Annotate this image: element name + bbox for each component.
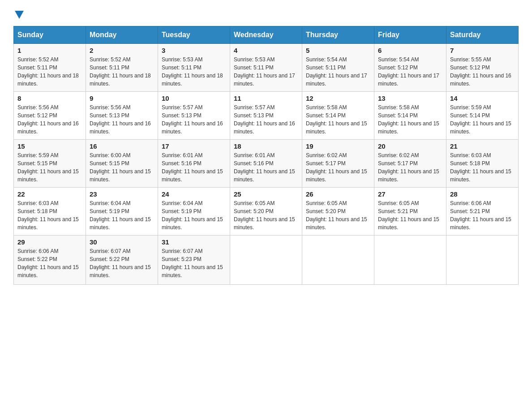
header-wednesday: Wednesday <box>230 26 302 44</box>
header-sunday: Sunday <box>14 26 86 44</box>
day-info: Sunrise: 5:57 AMSunset: 5:13 PMDaylight:… <box>234 103 298 136</box>
day-number: 18 <box>234 142 298 150</box>
day-number: 17 <box>162 142 226 150</box>
day-info: Sunrise: 6:02 AMSunset: 5:17 PMDaylight:… <box>378 151 442 184</box>
day-number: 20 <box>378 142 442 150</box>
day-number: 6 <box>378 47 442 54</box>
day-number: 30 <box>90 238 154 246</box>
day-info: Sunrise: 6:05 AMSunset: 5:20 PMDaylight:… <box>306 199 370 231</box>
day-number: 9 <box>90 94 154 102</box>
day-number: 28 <box>450 190 515 198</box>
day-number: 19 <box>306 142 370 150</box>
day-number: 15 <box>17 142 82 150</box>
calendar-cell: 24Sunrise: 6:04 AMSunset: 5:19 PMDayligh… <box>158 188 230 235</box>
calendar-cell <box>374 235 446 285</box>
calendar-cell: 12Sunrise: 5:58 AMSunset: 5:14 PMDayligh… <box>302 92 374 140</box>
day-info: Sunrise: 6:04 AMSunset: 5:19 PMDaylight:… <box>162 199 226 231</box>
calendar-week-row: 22Sunrise: 6:03 AMSunset: 5:18 PMDayligh… <box>14 188 519 235</box>
day-info: Sunrise: 6:03 AMSunset: 5:18 PMDaylight:… <box>450 151 515 184</box>
day-number: 1 <box>17 47 82 54</box>
day-number: 26 <box>306 190 370 198</box>
day-info: Sunrise: 6:05 AMSunset: 5:21 PMDaylight:… <box>378 199 442 231</box>
calendar-cell <box>230 235 302 285</box>
day-number: 2 <box>90 47 154 54</box>
calendar-cell: 25Sunrise: 6:05 AMSunset: 5:20 PMDayligh… <box>230 188 302 235</box>
day-info: Sunrise: 6:05 AMSunset: 5:20 PMDaylight:… <box>234 199 298 231</box>
day-number: 31 <box>162 238 226 246</box>
calendar-cell: 16Sunrise: 6:00 AMSunset: 5:15 PMDayligh… <box>86 140 158 188</box>
day-info: Sunrise: 5:52 AMSunset: 5:11 PMDaylight:… <box>17 56 82 88</box>
calendar-cell: 9Sunrise: 5:56 AMSunset: 5:13 PMDaylight… <box>86 92 158 140</box>
day-info: Sunrise: 6:06 AMSunset: 5:22 PMDaylight:… <box>17 247 82 279</box>
page-header <box>13 9 519 18</box>
day-info: Sunrise: 6:04 AMSunset: 5:19 PMDaylight:… <box>90 199 154 231</box>
calendar-cell: 10Sunrise: 5:57 AMSunset: 5:13 PMDayligh… <box>158 92 230 140</box>
day-number: 12 <box>306 94 370 102</box>
day-info: Sunrise: 6:01 AMSunset: 5:16 PMDaylight:… <box>234 151 298 184</box>
day-number: 14 <box>450 94 515 102</box>
header-thursday: Thursday <box>302 26 374 44</box>
day-info: Sunrise: 5:54 AMSunset: 5:12 PMDaylight:… <box>378 56 442 88</box>
day-number: 21 <box>450 142 515 150</box>
day-info: Sunrise: 5:54 AMSunset: 5:11 PMDaylight:… <box>306 56 370 88</box>
day-number: 16 <box>90 142 154 150</box>
header-tuesday: Tuesday <box>158 26 230 44</box>
logo <box>13 9 24 18</box>
day-info: Sunrise: 6:07 AMSunset: 5:22 PMDaylight:… <box>90 247 154 279</box>
day-info: Sunrise: 5:56 AMSunset: 5:12 PMDaylight:… <box>17 103 82 136</box>
day-number: 4 <box>234 47 298 54</box>
calendar-cell: 11Sunrise: 5:57 AMSunset: 5:13 PMDayligh… <box>230 92 302 140</box>
day-info: Sunrise: 5:59 AMSunset: 5:14 PMDaylight:… <box>450 103 515 136</box>
day-info: Sunrise: 6:06 AMSunset: 5:21 PMDaylight:… <box>450 199 515 231</box>
day-number: 22 <box>17 190 82 198</box>
calendar-cell: 31Sunrise: 6:07 AMSunset: 5:23 PMDayligh… <box>158 235 230 285</box>
day-info: Sunrise: 6:01 AMSunset: 5:16 PMDaylight:… <box>162 151 226 184</box>
day-info: Sunrise: 5:55 AMSunset: 5:12 PMDaylight:… <box>450 56 515 88</box>
calendar-cell: 22Sunrise: 6:03 AMSunset: 5:18 PMDayligh… <box>14 188 86 235</box>
calendar-cell: 23Sunrise: 6:04 AMSunset: 5:19 PMDayligh… <box>86 188 158 235</box>
calendar-week-row: 15Sunrise: 5:59 AMSunset: 5:15 PMDayligh… <box>14 140 519 188</box>
day-info: Sunrise: 6:02 AMSunset: 5:17 PMDaylight:… <box>306 151 370 184</box>
day-info: Sunrise: 6:03 AMSunset: 5:18 PMDaylight:… <box>17 199 82 231</box>
calendar-cell: 17Sunrise: 6:01 AMSunset: 5:16 PMDayligh… <box>158 140 230 188</box>
calendar-week-row: 29Sunrise: 6:06 AMSunset: 5:22 PMDayligh… <box>14 235 519 285</box>
day-number: 5 <box>306 47 370 54</box>
day-info: Sunrise: 5:58 AMSunset: 5:14 PMDaylight:… <box>306 103 370 136</box>
day-number: 29 <box>17 238 82 246</box>
calendar-cell <box>302 235 374 285</box>
calendar-week-row: 1Sunrise: 5:52 AMSunset: 5:11 PMDaylight… <box>14 44 519 92</box>
header-saturday: Saturday <box>446 26 519 44</box>
day-number: 11 <box>234 94 298 102</box>
calendar-cell: 20Sunrise: 6:02 AMSunset: 5:17 PMDayligh… <box>374 140 446 188</box>
day-info: Sunrise: 5:52 AMSunset: 5:11 PMDaylight:… <box>90 56 154 88</box>
calendar-cell: 14Sunrise: 5:59 AMSunset: 5:14 PMDayligh… <box>446 92 519 140</box>
calendar-header-row: SundayMondayTuesdayWednesdayThursdayFrid… <box>14 26 519 44</box>
day-number: 8 <box>17 94 82 102</box>
calendar-cell: 26Sunrise: 6:05 AMSunset: 5:20 PMDayligh… <box>302 188 374 235</box>
calendar-cell <box>446 235 519 285</box>
day-info: Sunrise: 5:59 AMSunset: 5:15 PMDaylight:… <box>17 151 82 184</box>
header-monday: Monday <box>86 26 158 44</box>
calendar-cell: 28Sunrise: 6:06 AMSunset: 5:21 PMDayligh… <box>446 188 519 235</box>
calendar-cell: 7Sunrise: 5:55 AMSunset: 5:12 PMDaylight… <box>446 44 519 92</box>
calendar-cell: 30Sunrise: 6:07 AMSunset: 5:22 PMDayligh… <box>86 235 158 285</box>
calendar-cell: 27Sunrise: 6:05 AMSunset: 5:21 PMDayligh… <box>374 188 446 235</box>
logo-triangle-icon <box>15 11 24 19</box>
day-number: 7 <box>450 47 515 54</box>
day-info: Sunrise: 6:00 AMSunset: 5:15 PMDaylight:… <box>90 151 154 184</box>
calendar-cell: 4Sunrise: 5:53 AMSunset: 5:11 PMDaylight… <box>230 44 302 92</box>
day-info: Sunrise: 5:57 AMSunset: 5:13 PMDaylight:… <box>162 103 226 136</box>
header-friday: Friday <box>374 26 446 44</box>
calendar-cell: 5Sunrise: 5:54 AMSunset: 5:11 PMDaylight… <box>302 44 374 92</box>
calendar-cell: 3Sunrise: 5:53 AMSunset: 5:11 PMDaylight… <box>158 44 230 92</box>
calendar-cell: 1Sunrise: 5:52 AMSunset: 5:11 PMDaylight… <box>14 44 86 92</box>
calendar-cell: 8Sunrise: 5:56 AMSunset: 5:12 PMDaylight… <box>14 92 86 140</box>
day-number: 3 <box>162 47 226 54</box>
day-info: Sunrise: 5:58 AMSunset: 5:14 PMDaylight:… <box>378 103 442 136</box>
calendar-cell: 19Sunrise: 6:02 AMSunset: 5:17 PMDayligh… <box>302 140 374 188</box>
calendar-cell: 13Sunrise: 5:58 AMSunset: 5:14 PMDayligh… <box>374 92 446 140</box>
day-info: Sunrise: 5:53 AMSunset: 5:11 PMDaylight:… <box>162 56 226 88</box>
calendar-table: SundayMondayTuesdayWednesdayThursdayFrid… <box>13 26 519 285</box>
day-number: 24 <box>162 190 226 198</box>
calendar-cell: 18Sunrise: 6:01 AMSunset: 5:16 PMDayligh… <box>230 140 302 188</box>
